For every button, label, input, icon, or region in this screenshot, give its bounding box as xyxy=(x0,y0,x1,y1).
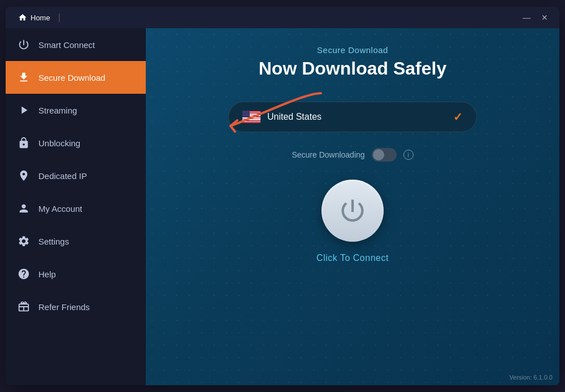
minimize-button[interactable]: — xyxy=(519,10,534,25)
main-panel: Secure Download Now Download Safely Unit… xyxy=(146,28,559,385)
sidebar-label-help: Help xyxy=(38,269,56,279)
sidebar-item-settings[interactable]: Settings xyxy=(6,225,146,258)
sidebar: Smart Connect Secure Download Streaming … xyxy=(6,28,146,385)
toggle-row: Secure Downloading i xyxy=(292,148,413,162)
main-content: Smart Connect Secure Download Streaming … xyxy=(6,28,559,385)
toggle-knob xyxy=(373,149,384,160)
secure-downloading-toggle[interactable] xyxy=(372,148,397,162)
gift-icon xyxy=(17,300,31,313)
title-bar-controls: — ✕ xyxy=(519,10,553,25)
sidebar-item-smart-connect[interactable]: Smart Connect xyxy=(6,28,146,61)
sidebar-item-help[interactable]: Help xyxy=(6,258,146,290)
sidebar-item-unblocking[interactable]: Unblocking xyxy=(6,127,146,159)
title-bar: Home | — ✕ xyxy=(6,7,559,28)
sidebar-item-secure-download[interactable]: Secure Download xyxy=(6,61,146,94)
sidebar-label-dedicated-ip: Dedicated IP xyxy=(38,171,87,181)
home-button[interactable]: Home xyxy=(12,11,56,24)
lock-icon xyxy=(17,136,31,150)
help-icon xyxy=(17,267,31,281)
sidebar-item-dedicated-ip[interactable]: Dedicated IP xyxy=(6,159,146,192)
power-icon xyxy=(17,38,31,51)
gear-icon xyxy=(17,234,31,248)
sidebar-label-settings: Settings xyxy=(38,237,69,246)
sidebar-label-smart-connect: Smart Connect xyxy=(38,40,95,50)
sidebar-label-my-account: My Account xyxy=(38,204,82,214)
section-label: Secure Download xyxy=(317,45,388,55)
app-window: Home | — ✕ Smart Connect Secure Download xyxy=(6,7,559,385)
sidebar-label-refer-friends: Refer Friends xyxy=(38,302,90,312)
sidebar-item-refer-friends[interactable]: Refer Friends xyxy=(6,290,146,323)
sidebar-item-streaming[interactable]: Streaming xyxy=(6,94,146,127)
toggle-label: Secure Downloading xyxy=(292,150,364,159)
sidebar-label-secure-download: Secure Download xyxy=(38,73,105,82)
sidebar-item-my-account[interactable]: My Account xyxy=(6,192,146,225)
main-inner: Secure Download Now Download Safely Unit… xyxy=(146,28,559,263)
connect-label[interactable]: Click To Connect xyxy=(316,253,389,263)
connect-button[interactable] xyxy=(321,180,384,242)
chevron-down-icon: ✓ xyxy=(453,110,463,124)
ip-icon xyxy=(17,169,31,182)
info-icon[interactable]: i xyxy=(403,150,414,160)
play-icon xyxy=(17,103,31,117)
sidebar-label-streaming: Streaming xyxy=(38,106,77,115)
arrow-annotation xyxy=(225,88,327,135)
download-icon xyxy=(17,71,31,84)
user-icon xyxy=(17,202,31,215)
title-separator: | xyxy=(58,12,60,23)
close-button[interactable]: ✕ xyxy=(537,10,553,25)
home-label: Home xyxy=(31,14,50,22)
sidebar-label-unblocking: Unblocking xyxy=(38,138,80,148)
version-text: Version: 6.1.0.0 xyxy=(510,374,553,381)
section-title: Now Download Safely xyxy=(259,58,446,79)
